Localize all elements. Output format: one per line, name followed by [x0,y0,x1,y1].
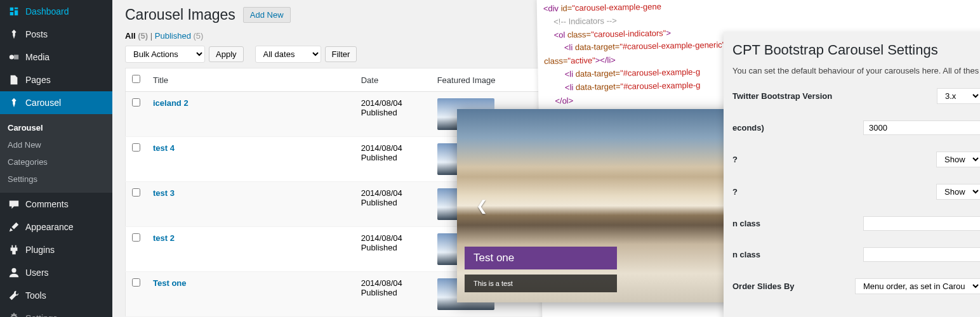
settings-select[interactable]: Show [936,152,980,167]
post-date: 2014/08/04Published [355,227,431,272]
row-checkbox[interactable] [132,233,140,242]
col-date[interactable]: Date [355,68,431,92]
col-title[interactable]: Title [147,68,355,92]
sidebar-item-pages[interactable]: Pages [0,68,112,91]
settings-label: ? [732,187,738,197]
menu-label: Plugins [25,245,55,255]
menu-label: Posts [25,29,48,39]
menu-label: Comments [25,199,69,209]
svg-point-0 [10,55,14,59]
row-checkbox[interactable] [132,278,140,287]
post-title-link[interactable]: test 3 [153,188,175,198]
add-new-button[interactable]: Add New [243,7,291,23]
sidebar-item-users[interactable]: Users [0,261,112,284]
settings-row: ?Show [732,152,980,167]
settings-row: Order Slides ByMenu order, as set in Car… [732,278,980,294]
settings-label: ? [732,155,738,164]
gear-icon [8,312,20,317]
settings-row: n class [732,247,980,262]
row-checkbox[interactable] [132,98,140,107]
submenu-categories[interactable]: Categories [0,153,112,171]
sidebar-item-appearance[interactable]: Appearance [0,216,112,238]
settings-select[interactable]: Menu order, as set in Carou [855,278,980,294]
filter-all[interactable]: All (5) [125,31,148,41]
post-title-link[interactable]: iceland 2 [153,98,189,108]
settings-input[interactable] [863,120,980,135]
settings-label: econds) [732,123,764,133]
media-icon [8,51,20,63]
settings-input[interactable] [863,247,980,262]
menu-label: Settings [25,313,58,317]
menu-label: Tools [25,290,46,301]
brush-icon [8,221,20,233]
post-date: 2014/08/04Published [355,92,431,137]
menu-label: Pages [25,75,51,85]
settings-label: Twitter Bootstrap Version [732,91,832,101]
pin-icon [8,96,20,109]
settings-label: n class [732,250,760,259]
post-date: 2014/08/04Published [355,137,431,182]
post-date: 2014/08/04Published [355,272,431,317]
menu-label: Dashboard [25,6,69,16]
admin-sidebar: Dashboard Posts Media Pages Carousel Car… [0,0,112,317]
date-filter-select[interactable]: All dates [255,46,321,63]
sidebar-item-media[interactable]: Media [0,46,112,68]
settings-row: ?Show [732,184,980,200]
submenu-carousel[interactable]: Carousel [0,119,112,136]
apply-button[interactable]: Apply [209,46,244,62]
page-title: Carousel Images [125,6,235,23]
user-icon [8,266,20,279]
sidebar-item-tools[interactable]: Tools [0,284,112,307]
sidebar-item-posts[interactable]: Posts [0,23,112,46]
bulk-actions-select[interactable]: Bulk Actions [125,46,205,63]
sidebar-item-carousel[interactable]: Carousel [0,91,112,114]
submenu: Carousel Add New Categories Settings [0,114,112,193]
select-all-checkbox[interactable] [132,75,140,83]
settings-label: Order Slides By [732,281,795,291]
post-date: 2014/08/04Published [355,182,431,227]
settings-intro: You can set the default behaviour of you… [732,66,980,75]
sidebar-item-comments[interactable]: Comments [0,193,112,216]
sidebar-item-plugins[interactable]: Plugins [0,238,112,261]
menu-label: Media [25,52,50,62]
carousel-prev-icon[interactable]: ❮ [476,198,487,214]
dashboard-icon [8,5,20,18]
settings-select[interactable]: 3.x [937,88,980,104]
settings-panel: CPT Bootstrap Carousel Settings You can … [724,32,980,317]
post-title-link[interactable]: test 4 [153,143,175,153]
post-title-link[interactable]: Test one [153,278,187,288]
tool-icon [8,289,20,302]
page-icon [8,74,20,86]
menu-label: Appearance [25,222,74,232]
sidebar-item-settings[interactable]: Settings [0,307,112,317]
comment-icon [8,198,20,210]
settings-heading: CPT Bootstrap Carousel Settings [732,42,980,58]
plugin-icon [8,243,20,256]
menu-label: Carousel [25,98,61,108]
submenu-add-new[interactable]: Add New [0,136,112,153]
row-checkbox[interactable] [132,188,140,197]
settings-input[interactable] [863,216,980,231]
filter-published[interactable]: Published (5) [155,31,204,41]
settings-row: n class [732,216,980,231]
carousel-caption-title: Test one [465,247,617,269]
carousel-caption-text: This is a test [465,275,617,292]
menu-label: Users [25,268,49,278]
settings-select[interactable]: Show [936,184,980,200]
filter-button[interactable]: Filter [325,46,357,62]
submenu-settings[interactable]: Settings [0,171,112,188]
sidebar-item-dashboard[interactable]: Dashboard [0,0,112,23]
pin-icon [8,28,20,41]
post-title-link[interactable]: test 2 [153,233,175,243]
svg-point-1 [11,268,16,273]
settings-row: econds) [732,120,980,135]
settings-label: n class [732,219,760,228]
row-checkbox[interactable] [132,143,140,152]
settings-row: Twitter Bootstrap Version3.x [732,88,980,104]
